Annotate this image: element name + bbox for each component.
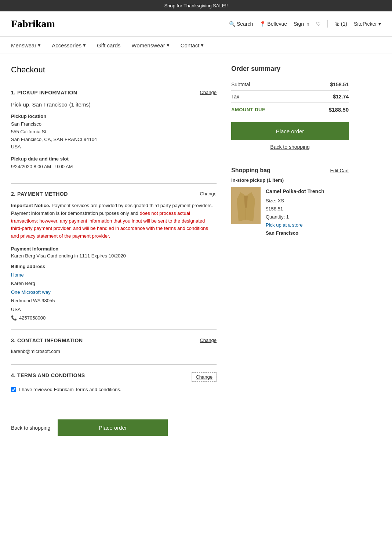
chevron-down-icon: ▾: [38, 42, 41, 48]
pickup-location-label: Pickup location: [11, 113, 217, 119]
pickup-location-line-3: San Francisco, CA, SAN FRANCI 94104: [11, 136, 217, 144]
tax-row: Tax $12.74: [231, 90, 349, 102]
tax-label: Tax: [231, 94, 239, 100]
billing-phone-row: 📞 4257058000: [11, 314, 217, 322]
terms-section: 4. TERMS AND CONDITIONS Change I have re…: [11, 365, 217, 400]
pickup-datetime-value: 9/24/2020 8:00 AM - 9:00 AM: [11, 163, 217, 171]
back-to-shopping-button-bottom[interactable]: Back to shopping: [11, 425, 50, 431]
shopping-bag-title: Shopping bag: [231, 167, 271, 174]
contact-section-header: 3. CONTACT INFORMATION Change: [11, 338, 217, 343]
pickup-change-link[interactable]: Change: [200, 90, 217, 95]
place-order-button-bottom[interactable]: Place order: [58, 419, 168, 436]
sign-in-link[interactable]: Sign in: [294, 21, 309, 27]
page-title: Checkout: [11, 65, 217, 75]
edit-cart-link[interactable]: Edit Cart: [330, 168, 349, 173]
amount-due-row: AMOUNT DUE $188.50: [231, 102, 349, 116]
pickup-location-line-2: 555 California St.: [11, 128, 217, 136]
product-price: $158.51: [266, 205, 324, 213]
cart-icon: 🛍: [334, 21, 340, 27]
billing-line-4: Redmond WA 98055: [11, 296, 217, 305]
logo[interactable]: Fabrikam: [11, 18, 229, 30]
chevron-down-icon: ▾: [83, 42, 86, 48]
nav-gift-cards[interactable]: Gift cards: [97, 42, 120, 48]
main-content: Checkout 1. PICKUP INFORMATION Change Pi…: [0, 54, 392, 411]
billing-address: Home Karen Berg One Microsoft way Redmon…: [11, 271, 217, 322]
billing-line-5: USA: [11, 305, 217, 314]
coat-illustration: [233, 188, 259, 223]
pickup-location-text: San Francisco 555 California St. San Fra…: [11, 120, 217, 151]
pickup-location-line-1: San Francisco: [11, 120, 217, 128]
chevron-down-icon: ▾: [378, 21, 381, 27]
terms-section-title: 4. TERMS AND CONDITIONS: [11, 372, 85, 378]
payment-change-link[interactable]: Change: [200, 191, 217, 196]
amount-due-value: $188.50: [329, 107, 349, 113]
product-name: Camel Polka-dot Trench: [266, 187, 324, 196]
place-order-button-right[interactable]: Place order: [231, 122, 349, 140]
pickup-store-label: Pick up at a store: [266, 221, 324, 229]
terms-section-header: 4. TERMS AND CONDITIONS Change: [11, 372, 217, 382]
subtotal-value: $158.51: [330, 82, 349, 87]
product-image: [231, 187, 261, 224]
billing-line-2: Karen Berg: [11, 279, 217, 288]
billing-line-3: One Microsoft way: [11, 288, 217, 296]
payment-section: 2. PAYMENT METHOD Change Important Notic…: [11, 183, 217, 330]
nav-contact[interactable]: Contact ▾: [181, 42, 204, 48]
pickup-section-title: 1. PICKUP INFORMATION: [11, 90, 77, 95]
terms-checkbox[interactable]: [11, 387, 16, 392]
nav-accessories[interactable]: Accessories ▾: [52, 42, 86, 48]
terms-change-button[interactable]: Change: [192, 372, 217, 382]
amount-due-label: AMOUNT DUE: [231, 107, 265, 112]
pickup-section: 1. PICKUP INFORMATION Change Pick up, Sa…: [11, 82, 217, 183]
pickup-title: Pick up, San Francisco (1 items): [11, 101, 217, 108]
shopping-bag-header: Shopping bag Edit Cart: [231, 167, 349, 174]
search-icon: 🔍: [229, 21, 235, 27]
chevron-down-icon: ▾: [201, 42, 204, 48]
product-size: Size: XS: [266, 197, 324, 205]
payment-info-value: Karen Berg Visa Card ending in 1111 Expi…: [11, 253, 217, 259]
order-summary: Order summary Subtotal $158.51 Tax $12.7…: [231, 65, 349, 150]
wishlist-link[interactable]: ♡: [316, 21, 321, 27]
contact-section-title: 3. CONTACT INFORMATION: [11, 338, 83, 343]
order-summary-title: Order summary: [231, 65, 349, 73]
payment-section-title: 2. PAYMENT METHOD: [11, 191, 68, 197]
contact-change-link[interactable]: Change: [200, 338, 217, 343]
left-column: Checkout 1. PICKUP INFORMATION Change Pi…: [11, 65, 217, 400]
header-divider: [327, 20, 328, 28]
banner-text: Shop for Thanksgiving SALE!!: [164, 3, 228, 8]
right-column: Order summary Subtotal $158.51 Tax $12.7…: [231, 65, 349, 400]
top-banner: Shop for Thanksgiving SALE!!: [0, 0, 392, 11]
search-link[interactable]: 🔍 Search: [229, 21, 253, 27]
pickup-store-name: San Francisco: [266, 229, 324, 237]
shopping-bag-section: Shopping bag Edit Cart In-store pickup (…: [231, 161, 349, 237]
subtotal-row: Subtotal $158.51: [231, 79, 349, 90]
cart-link[interactable]: 🛍 (1): [334, 21, 347, 27]
nav-menswear[interactable]: Menswear ▾: [11, 42, 41, 48]
product-details: Camel Polka-dot Trench Size: XS $158.51 …: [266, 187, 324, 237]
contact-email: karenb@microsoft.com: [11, 349, 217, 354]
billing-label: Billing address: [11, 264, 217, 269]
payment-section-header: 2. PAYMENT METHOD Change: [11, 191, 217, 197]
payment-info-label: Payment information: [11, 246, 217, 252]
bottom-actions: Back to shopping Place order: [0, 411, 392, 445]
billing-line-1: Home: [11, 271, 217, 279]
nav-womenswear[interactable]: Womenswear ▾: [131, 42, 169, 48]
phone-icon: 📞: [11, 314, 17, 322]
location-link[interactable]: 📍 Bellevue: [259, 21, 287, 27]
header: Fabrikam 🔍 Search 📍 Bellevue Sign in ♡ 🛍…: [0, 11, 392, 37]
nav-bar: Menswear ▾ Accessories ▾ Gift cards Wome…: [0, 37, 392, 54]
back-to-shopping-link-right[interactable]: Back to shopping: [231, 144, 349, 150]
pickup-section-header: 1. PICKUP INFORMATION Change: [11, 90, 217, 95]
location-icon: 📍: [259, 21, 266, 27]
subtotal-label: Subtotal: [231, 82, 250, 87]
instore-pickup-label: In-store pickup (1 item): [231, 177, 349, 183]
chevron-down-icon: ▾: [167, 42, 170, 48]
site-picker-link[interactable]: SitePicker ▾: [354, 21, 381, 27]
terms-checkbox-label: I have reviewed Fabrikam Terms and condi…: [19, 387, 121, 392]
billing-phone: 4257058000: [19, 314, 46, 322]
header-nav: 🔍 Search 📍 Bellevue Sign in ♡ 🛍 (1) Site…: [229, 20, 381, 28]
pickup-datetime-label: Pickup date and time slot: [11, 156, 217, 162]
product-row: Camel Polka-dot Trench Size: XS $158.51 …: [231, 187, 349, 237]
terms-row: I have reviewed Fabrikam Terms and condi…: [11, 387, 217, 392]
tax-value: $12.74: [333, 94, 349, 100]
product-quantity: Quantity: 1: [266, 213, 324, 221]
